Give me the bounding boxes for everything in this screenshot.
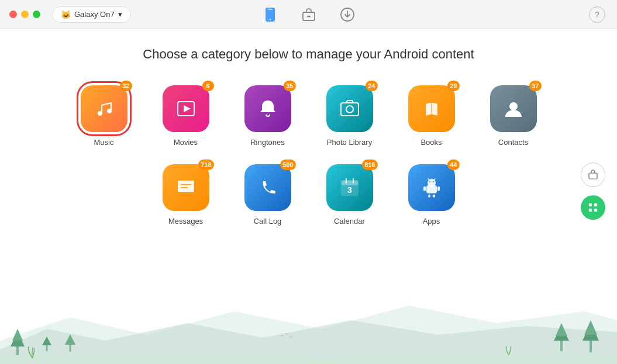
svg-marker-47 <box>584 320 597 335</box>
close-button[interactable] <box>9 11 17 18</box>
calendar-label: Calendar <box>334 217 365 226</box>
svg-rect-45 <box>590 341 592 352</box>
device-icon: 🐱 <box>61 10 71 19</box>
chevron-down-icon: ▾ <box>118 10 122 19</box>
traffic-lights <box>9 11 40 18</box>
svg-point-2 <box>269 18 270 19</box>
category-row-2: 718 Messages 500 Call Log <box>157 164 461 226</box>
svg-rect-38 <box>46 345 48 351</box>
svg-line-29 <box>433 179 435 181</box>
download-tab[interactable] <box>337 4 358 25</box>
movies-badge: 6 <box>202 81 214 91</box>
music-label: Music <box>94 138 114 147</box>
minimize-button[interactable] <box>21 11 29 18</box>
photos-badge: 24 <box>366 81 377 91</box>
svg-point-7 <box>107 109 112 113</box>
category-item-books[interactable]: 29 Books <box>402 85 461 147</box>
svg-point-13 <box>509 102 518 110</box>
category-row-1: 32 Music 6 Movie <box>75 85 543 147</box>
svg-point-6 <box>98 111 102 116</box>
svg-point-27 <box>432 181 433 182</box>
svg-rect-42 <box>560 341 563 351</box>
phone-tab[interactable] <box>260 4 281 25</box>
category-item-calendar[interactable]: 816 3 Calendar <box>320 164 379 226</box>
help-button[interactable]: ? <box>589 6 605 23</box>
side-buttons <box>581 162 605 220</box>
apps-badge: 44 <box>447 160 459 170</box>
books-icon-wrapper: 29 <box>408 85 455 132</box>
svg-point-11 <box>346 106 353 113</box>
titlebar-nav <box>260 4 358 25</box>
svg-rect-30 <box>589 173 597 179</box>
svg-marker-46 <box>582 323 599 341</box>
messages-badge: 718 <box>198 160 213 170</box>
messages-label: Messages <box>168 217 203 226</box>
music-icon-wrapper: 32 <box>81 85 127 132</box>
svg-line-28 <box>428 179 430 181</box>
category-item-calllog[interactable]: 500 Call Log <box>239 164 297 226</box>
movies-icon-wrapper: 6 <box>163 85 209 132</box>
help-section: ? <box>589 6 605 23</box>
calendar-icon-wrapper: 816 3 <box>326 164 373 211</box>
category-item-contacts[interactable]: 37 Contacts <box>484 85 543 147</box>
grid-button[interactable] <box>581 195 605 220</box>
category-item-messages[interactable]: 718 Messages <box>157 164 215 226</box>
svg-marker-36 <box>11 332 25 346</box>
briefcase-button[interactable] <box>581 162 605 187</box>
svg-point-26 <box>429 181 430 182</box>
svg-rect-4 <box>307 16 311 18</box>
svg-marker-9 <box>184 105 191 112</box>
svg-rect-33 <box>589 209 592 212</box>
svg-rect-21 <box>426 185 437 193</box>
svg-rect-22 <box>423 186 426 191</box>
page-title: Choose a category below to manage your A… <box>143 47 474 62</box>
svg-marker-41 <box>65 334 75 345</box>
category-item-music[interactable]: 32 Music <box>75 85 133 147</box>
music-badge: 32 <box>120 81 132 91</box>
svg-text:3: 3 <box>347 185 352 195</box>
contacts-icon-wrapper: 37 <box>490 85 537 132</box>
apps-icon-wrapper: 44 <box>408 164 455 211</box>
calllog-badge: 500 <box>280 160 295 170</box>
main-content: Choose a category below to manage your A… <box>0 29 617 364</box>
calendar-badge: 816 <box>362 160 377 170</box>
toolbox-tab[interactable] <box>298 4 319 25</box>
ringtones-badge: 35 <box>284 81 295 91</box>
category-grid: 32 Music 6 Movie <box>75 85 543 226</box>
svg-marker-39 <box>42 337 51 345</box>
svg-rect-25 <box>433 195 435 197</box>
svg-rect-34 <box>594 209 597 212</box>
device-selector[interactable]: 🐱 Galaxy On7 ▾ <box>52 6 131 23</box>
calllog-icon-wrapper: 500 <box>244 164 291 211</box>
svg-rect-32 <box>594 203 597 206</box>
calllog-label: Call Log <box>254 217 282 226</box>
maximize-button[interactable] <box>33 11 40 18</box>
category-item-movies[interactable]: 6 Movies <box>157 85 215 147</box>
category-item-photos[interactable]: 24 Photo Library <box>320 85 379 147</box>
help-label: ? <box>595 10 599 19</box>
svg-rect-31 <box>589 203 592 206</box>
contacts-label: Contacts <box>498 138 528 147</box>
photos-icon-wrapper: 24 <box>326 85 373 132</box>
svg-marker-43 <box>554 326 569 341</box>
svg-marker-44 <box>556 323 567 336</box>
photos-label: Photo Library <box>327 138 372 147</box>
books-label: Books <box>420 138 442 147</box>
apps-label: Apps <box>423 217 440 226</box>
movies-label: Movies <box>174 138 198 147</box>
ringtones-label: Ringtones <box>250 138 285 147</box>
svg-rect-10 <box>341 103 359 116</box>
svg-rect-14 <box>178 181 194 192</box>
svg-marker-37 <box>12 329 23 341</box>
svg-rect-35 <box>16 346 19 355</box>
titlebar: 🐱 Galaxy On7 ▾ <box>0 0 617 29</box>
svg-rect-16 <box>342 181 358 185</box>
svg-rect-40 <box>70 345 71 352</box>
category-item-ringtones[interactable]: 35 Ringtones <box>239 85 297 147</box>
ringtones-icon-wrapper: 35 <box>244 85 291 132</box>
svg-rect-1 <box>268 9 273 10</box>
svg-rect-24 <box>428 195 430 197</box>
category-item-apps[interactable]: 44 Apps <box>402 164 461 226</box>
svg-rect-23 <box>437 186 440 191</box>
messages-icon-wrapper: 718 <box>163 164 209 211</box>
